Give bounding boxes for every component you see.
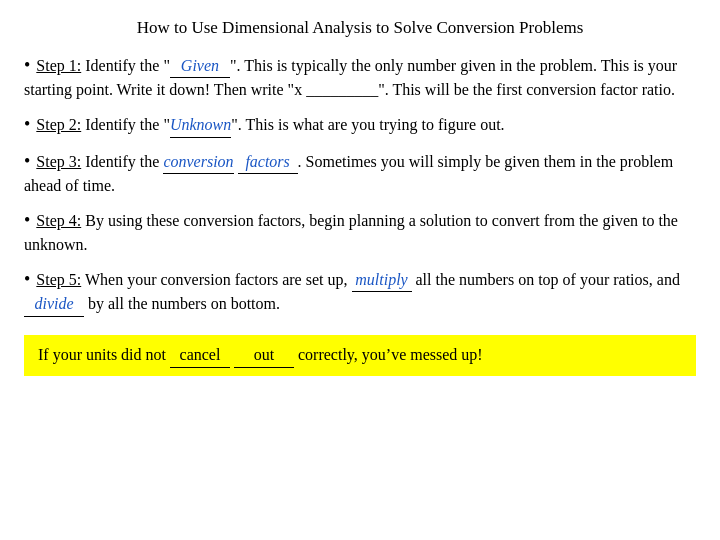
step3-label: Step 3: — [36, 153, 81, 170]
bullet1: • — [24, 55, 30, 75]
step5-text-before: When your conversion factors are set up, — [85, 271, 352, 288]
step2-text-before: Identify the " — [85, 116, 170, 133]
step3-blank2: factors — [238, 150, 298, 174]
step4-text: By using these conversion factors, begin… — [24, 212, 678, 253]
step2-line1: • Step 2: Identify the "Unknown". This i… — [24, 111, 696, 137]
step5-text-mid1: all the numbers on top of your ratios, a… — [412, 271, 680, 288]
bullet5: • — [24, 269, 30, 289]
step5-blank1: multiply — [352, 268, 412, 292]
bullet2: • — [24, 114, 30, 134]
step3-block: • Step 3: Identify the conversion factor… — [24, 148, 696, 197]
highlight-text-before: If your units did not — [38, 346, 170, 363]
step5-blank2: divide — [24, 292, 84, 316]
step1-text-before: Identify the " — [85, 57, 170, 74]
step1-blank1: Given — [170, 54, 230, 78]
highlight-blank1: cancel — [170, 343, 230, 368]
bullet3: • — [24, 151, 30, 171]
highlight-text-after: correctly, you’ve messed up! — [294, 346, 483, 363]
step3-blank1: conversion — [163, 150, 233, 174]
page-title: How to Use Dimensional Analysis to Solve… — [24, 18, 696, 38]
step3-text-before: Identify the — [85, 153, 163, 170]
step3-line1: • Step 3: Identify the conversion factor… — [24, 148, 696, 197]
step1-label: Step 1: — [36, 57, 81, 74]
step5-label: Step 5: — [36, 271, 81, 288]
highlight-blank2: out — [234, 343, 294, 368]
step1-line1: • Step 1: Identify the "Given". This is … — [24, 52, 696, 101]
step2-text-mid: ". This is what are you trying to figure… — [231, 116, 504, 133]
step1-block: • Step 1: Identify the "Given". This is … — [24, 52, 696, 101]
bullet4: • — [24, 210, 30, 230]
step4-block: • Step 4: By using these conversion fact… — [24, 207, 696, 256]
page: How to Use Dimensional Analysis to Solve… — [0, 0, 720, 540]
highlight-box: If your units did not cancel out correct… — [24, 335, 696, 376]
step5-block: • Step 5: When your conversion factors a… — [24, 266, 696, 316]
content-area: • Step 1: Identify the "Given". This is … — [24, 52, 696, 526]
step5-line1: • Step 5: When your conversion factors a… — [24, 266, 696, 316]
step4-label: Step 4: — [36, 212, 81, 229]
step5-text-mid2: by all the numbers on bottom. — [84, 295, 280, 312]
step2-blank1: Unknown — [170, 113, 231, 137]
step2-block: • Step 2: Identify the "Unknown". This i… — [24, 111, 696, 137]
step4-line1: • Step 4: By using these conversion fact… — [24, 207, 696, 256]
step2-label: Step 2: — [36, 116, 81, 133]
